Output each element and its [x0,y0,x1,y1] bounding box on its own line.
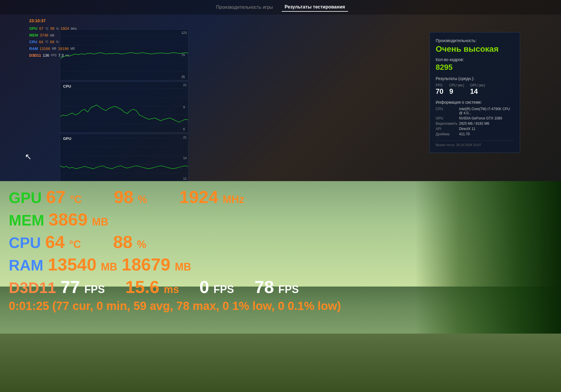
fps-metric-value: 70 [436,87,444,96]
mem-stat-row: MEM 3748 MB [29,32,77,39]
cpu-load-unit: % [56,40,59,44]
fps-chart-svg [60,30,188,80]
tab-performance[interactable]: Производительность игры [213,3,276,11]
gpu-system-row: GPU NVIDIA GeForce GTX 1080 [436,116,514,120]
large-gpu-temp-unit: °C [70,193,82,206]
large-ram-row: RAM 13540 MB 18679 MB [9,254,341,275]
cpu-system-row: CPU Intel(R) Core(TM) i7-4790K CPU @ 4.0… [436,107,514,115]
gpu-load-unit: % [56,27,59,31]
large-mem-label: MEM [9,211,44,229]
fps-metric-label: FPS [436,83,444,87]
performance-label: Производительность: [436,38,514,43]
cpu-metric-label: CPU (мс) [449,83,464,87]
performance-rating: Очень высокая [436,44,514,54]
gpu-temp-unit: °C [45,27,49,31]
tab-results[interactable]: Результаты тестирования [282,3,348,12]
large-d3d-fps-unit: FPS [84,283,105,296]
gpu-metric-label: GPU (мс) [470,83,485,87]
vram-system-val: 2925 М6 / 8192 М6 [459,122,489,126]
large-gpu-temp: 67 [46,187,66,207]
fps-chart-ylabels: 123 70 35 [181,30,187,80]
frames-value: 8295 [436,63,514,72]
large-d3d-0fps-unit: FPS [214,283,234,296]
gpu-chart-svg [60,134,188,181]
large-gpu-load: 98 [114,187,134,207]
large-gpu-clock-unit: MHz [223,193,244,206]
driver-system-row: Драйвер 411.70 [436,132,514,136]
large-summary-row: 0:01:25 (77 cur, 0 min, 59 avg, 78 max, … [9,299,341,313]
d3d-stat-row: D3D11 136 FPS 7.3 ms [29,53,77,59]
ram-val2: 18198 [58,46,69,52]
large-cpu-temp: 64 [45,232,65,252]
gpu-chart-label: GPU [63,136,71,141]
overlay-stats-large: GPU 67 °C 98 % 1924 MHz MEM 3869 MB CPU … [9,187,341,315]
large-cpu-load-unit: % [137,238,146,251]
avg-label: Результаты (средн.): [436,76,514,81]
cpu-load-val: 69 [50,39,54,45]
large-d3d-78fps-unit: FPS [278,283,299,296]
large-cpu-load: 88 [113,232,133,252]
fps-metric: FPS 70 [436,83,444,96]
large-summary: 0:01:25 (77 cur, 0 min, 59 avg, 78 max, … [9,299,341,313]
overlay-stats-small: 23:10:37 GPU 67 °C 99 % 1924 MHz MEM 374… [29,18,77,59]
cpu-label: CPU [29,39,37,45]
large-ram-label: RAM [9,256,43,274]
cpu-temp-val: 64 [39,39,43,45]
large-d3d-78fps: 78 [254,277,274,297]
large-gpu-row: GPU 67 °C 98 % 1924 MHz [9,187,341,207]
system-label: Информация о системе: [436,100,514,105]
ram-val: 13166 [40,46,50,52]
tab-bar: Производительность игры Результаты тести… [0,0,561,15]
large-d3d-ms: 15.6 [125,277,160,297]
d3d-ms-unit: ms [65,53,69,58]
mem-label: MEM [29,32,38,39]
d3d-ms-val: 7.3 [58,53,64,59]
large-mem-val: 3869 [49,209,87,230]
frames-label: Кол-во кадров: [436,57,514,62]
large-d3d-fps: 77 [60,277,80,297]
cpu-chart-svg [60,82,188,132]
cpu-stat-row: CPU 64 °C 69 % [29,39,77,45]
large-d3d-0fps: 0 [199,277,209,297]
large-mem-row: MEM 3869 MB [9,209,341,230]
ram-unit: MB [52,46,56,51]
gpu-temp-val: 67 [39,26,43,32]
api-system-row: API DirectX 11 [436,127,514,131]
driver-system-key: Драйвер [436,132,459,136]
cursor-arrow: ↖ [25,152,32,162]
cpu-system-key: CPU [436,107,459,115]
large-gpu-label: GPU [9,189,42,207]
large-gpu-clock: 1924 [179,187,218,207]
bottom-section: GPU 67 °C 98 % 1924 MHz MEM 3869 MB CPU … [0,181,561,392]
d3d-label: D3D11 [29,53,41,59]
cpu-chart-ylabels: 21 9 6 [183,82,187,132]
cpu-metric-value: 9 [449,87,464,96]
mem-val: 3748 [40,32,48,39]
gpu-stat-row: GPU 67 °C 99 % 1924 MHz [29,26,77,32]
api-system-val: DirectX 11 [459,127,475,131]
api-system-key: API [436,127,459,131]
test-time: Время теста: 20.10.2018 23:07 [436,141,514,147]
gpu-clock-val: 1924 [60,26,69,32]
gpu-metric: GPU (мс) 14 [470,83,485,96]
driver-system-val: 411.70 [459,132,470,136]
game-scene: GPU 67 °C 98 % 1924 MHz MEM 3869 MB CPU … [0,181,561,392]
gpu-system-val: NVIDIA GeForce GTX 1080 [459,116,502,120]
large-ram-unit2: MB [175,261,191,273]
ram-unit2: MB [70,46,75,51]
large-mem-unit: MB [92,216,108,228]
gpu-chart-ylabels: 21 14 11 [183,134,187,181]
large-d3d-ms-unit: ms [164,283,179,296]
d3d-fps-unit: FPS [51,53,56,58]
large-cpu-row: CPU 64 °C 88 % [9,232,341,252]
vram-system-row: Видеопамять 2925 М6 / 8192 М6 [436,122,514,126]
mem-unit: MB [50,33,54,38]
gpu-load-val: 99 [50,26,54,32]
large-d3d-label: D3D11 [9,279,56,296]
timestamp: 23:10:37 [29,18,77,24]
large-d3d-row: D3D11 77 FPS 15.6 ms 0 FPS 78 FPS [9,277,341,297]
large-gpu-load-unit: % [138,193,147,206]
ram-label: RAM [29,46,38,52]
cpu-metric: CPU (мс) 9 [449,83,464,96]
game-background: Производительность игры Результаты тести… [0,0,561,181]
